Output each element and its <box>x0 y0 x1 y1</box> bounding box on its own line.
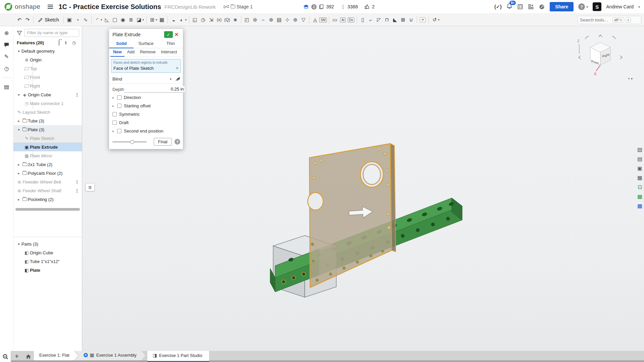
onshape-logo-icon[interactable] <box>4 2 13 11</box>
feature-row-top-plane[interactable]: Top <box>13 64 82 73</box>
search-tools-box[interactable]: alt/⌥ c <box>578 16 641 24</box>
feature-row-plate-extrude[interactable]: ▣ Plate Extrude <box>13 143 82 151</box>
share-button[interactable]: Share <box>550 2 574 11</box>
feature-row-plate-folder[interactable]: ▾ Plate (3) <box>13 125 82 134</box>
tasks-icon[interactable] <box>517 4 523 10</box>
feature-row-plate-mirror[interactable]: ▦ Plate Mirror <box>13 151 82 160</box>
hole-tool[interactable]: ◉ <box>119 15 127 24</box>
row-menu-icon[interactable]: ⋮ <box>75 188 79 193</box>
suspend-rebuild-icon[interactable]: ‖ <box>65 40 66 45</box>
option-draft[interactable]: Draft <box>109 118 183 127</box>
add-tab-button[interactable]: + <box>11 351 22 362</box>
sheet-metal-tool[interactable]: ◬ <box>311 15 319 24</box>
shell-tool[interactable]: ▢ <box>111 15 119 24</box>
tab-exercise-1-part-studio[interactable]: ◨ Exercise 1 Part Studio <box>147 351 209 362</box>
slider-knob[interactable] <box>130 140 134 144</box>
sheet-metal-badge[interactable]: SM <box>319 15 327 24</box>
split-caret-icon[interactable]: ▾ <box>185 18 187 21</box>
shaded-view-icon[interactable]: ▧ <box>637 146 642 153</box>
feature-row-layout-sketch[interactable]: ✎ Layout Sketch <box>13 108 82 116</box>
caret-down-icon[interactable]: ▾ <box>16 93 21 97</box>
final-button[interactable]: Final <box>154 138 172 146</box>
section-view-icon[interactable]: ▤ <box>637 156 642 162</box>
mode-intersect[interactable]: Intersect <box>158 48 180 56</box>
part-row-tube[interactable]: ◧ Tube 1"x1"x12" <box>13 257 82 266</box>
depth-input[interactable] <box>124 86 185 93</box>
spline-tool[interactable]: ⌢ <box>259 15 267 24</box>
search-tabs-button[interactable] <box>0 351 11 362</box>
measure-tool[interactable]: (Q) <box>223 15 231 24</box>
frame-tool[interactable]: ▭ <box>331 15 339 24</box>
filter-funnel-icon[interactable] <box>17 31 22 36</box>
row-menu-icon[interactable]: ⋮ <box>75 92 79 97</box>
corner-tool[interactable]: ◣ <box>391 15 399 24</box>
part-row-plate[interactable]: ◧ Plate <box>13 266 82 274</box>
menu-icon[interactable] <box>48 5 53 9</box>
copies-icon[interactable] <box>319 4 324 9</box>
help-menu[interactable]: ? ▾ <box>578 3 588 10</box>
pulley-tool[interactable]: ⊛ <box>267 15 275 24</box>
linear-pattern-tool[interactable]: ⊞ <box>148 15 156 24</box>
feature-row-origin-cube[interactable]: ▾ ◈ Origin Cube ⋮ <box>13 90 82 99</box>
brand-name[interactable]: onshape <box>15 3 40 10</box>
feature-row-mate-connector-1[interactable]: ◷ Mate connector 1 <box>13 99 82 108</box>
search-tools-input[interactable] <box>580 17 611 22</box>
row-menu-icon[interactable]: ⋮ <box>75 179 79 185</box>
tab-tool[interactable]: ⊓ <box>383 15 391 24</box>
feature-row-front-plane[interactable]: Front <box>13 73 82 82</box>
pattern-caret-icon[interactable]: ▾ <box>156 18 157 21</box>
feature-row-origin[interactable]: ⊚ Origin <box>13 55 82 64</box>
home-tab-button[interactable] <box>22 351 34 362</box>
primitive-tool[interactable]: ◰ <box>243 15 251 24</box>
rotate-view-tool[interactable]: ↺ <box>431 15 439 24</box>
undo-button[interactable]: ↶ <box>15 15 23 24</box>
viewcube-up-caret-icon[interactable] <box>599 35 602 37</box>
user-menu-caret-icon[interactable]: ▾ <box>638 5 640 9</box>
caret-right-icon[interactable]: ▸ <box>16 163 21 166</box>
wireframe-icon[interactable]: ▦ <box>637 174 642 181</box>
caret-right-icon[interactable]: ▸ <box>16 119 21 123</box>
expand-caret-icon[interactable]: ▸ <box>112 129 117 133</box>
viewcube-right-caret-icon[interactable] <box>620 56 622 59</box>
sketch-button[interactable]: Sketch <box>35 16 62 23</box>
sweep-tool[interactable]: ∿ <box>82 15 90 24</box>
mode-new[interactable]: New <box>110 48 125 57</box>
select-entities-icon[interactable] <box>175 76 180 82</box>
education-icon[interactable] <box>303 4 309 9</box>
draft-caret-icon[interactable]: ▾ <box>142 18 144 21</box>
rollback-history-icon[interactable]: ◷ <box>72 40 76 45</box>
thumbs-up-icon[interactable] <box>364 4 370 9</box>
extrude-tool[interactable]: ▣ <box>65 15 73 24</box>
globe-icon[interactable] <box>311 4 317 10</box>
named-views-tool[interactable]: ▤ <box>275 15 283 24</box>
option-second-end[interactable]: ▸ Second end position <box>109 127 183 135</box>
part-row-origin-cube[interactable]: ◧ Origin Cube <box>13 248 82 257</box>
draft-checkbox[interactable] <box>112 120 117 125</box>
feature-row-pocketing-folder[interactable]: ▸ Pocketing (2) <box>13 195 82 204</box>
fillet-caret-icon[interactable]: ▾ <box>101 18 102 21</box>
ai-tool[interactable]: Ai <box>339 15 347 24</box>
tab-solid[interactable]: Solid <box>109 40 134 48</box>
display-states-icon[interactable]: ▦ <box>637 203 642 209</box>
assistant-icon[interactable] <box>539 4 545 10</box>
rotate-view-caret-icon[interactable]: ▾ <box>438 18 440 21</box>
draft-tool[interactable]: ◪ <box>135 15 143 24</box>
redo-button[interactable]: ↷ <box>23 15 32 24</box>
revolve-tool[interactable]: ◔ <box>73 15 82 24</box>
starting-offset-checkbox[interactable] <box>117 104 121 108</box>
variable-tool[interactable]: (x) <box>215 15 223 24</box>
caret-down-icon[interactable]: ▾ <box>16 49 21 53</box>
caret-down-icon[interactable]: ▾ <box>16 242 21 246</box>
cancel-button[interactable]: × <box>173 31 180 38</box>
gear-tool[interactable]: ⊛ <box>291 15 299 24</box>
plane-tool[interactable]: ◱ <box>191 15 199 24</box>
appearance-icon[interactable]: ⊡ <box>638 184 642 190</box>
comments-icon[interactable] <box>4 42 9 48</box>
tab-thin[interactable]: Thin <box>158 40 183 48</box>
feature-row-default-geometry[interactable]: ▾ Default geometry <box>13 47 82 55</box>
import-tool[interactable]: ⇲ <box>207 15 215 24</box>
hidden-edges-icon[interactable]: ▣ <box>637 165 642 171</box>
workspace-name[interactable]: Stage 1 <box>237 4 253 9</box>
second-end-checkbox[interactable] <box>117 129 121 133</box>
fillet-tool[interactable]: ◜ <box>93 15 101 24</box>
